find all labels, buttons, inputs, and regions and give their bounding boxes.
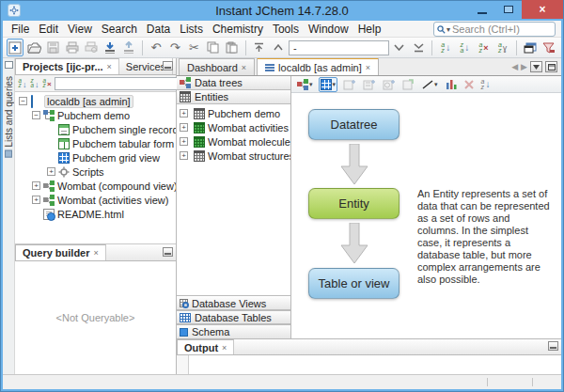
menu-window[interactable]: Window <box>304 22 353 37</box>
filter-icon[interactable] <box>540 39 557 56</box>
titlebar[interactable]: Instant JChem 14.7.28.0 × <box>0 0 564 21</box>
tab-dashboard[interactable]: Dashboard × <box>179 58 255 75</box>
tree-item-pubchem-demo[interactable]: − Pubchem demo <box>15 108 176 122</box>
menu-chemistry[interactable]: Chemistry <box>208 22 268 37</box>
quick-search-box[interactable]: ▾ <box>433 22 556 37</box>
new-relationship-button[interactable]: ▾ <box>420 77 440 92</box>
list-selector-combo[interactable]: - <box>289 40 389 55</box>
close-icon[interactable]: × <box>94 248 99 258</box>
tab-localdb[interactable]: localdb [as admin] × <box>257 58 379 75</box>
lists-and-queries-collapsed-tab[interactable]: Lists and queries <box>4 76 14 158</box>
sort-descending-button[interactable]: za ↓ <box>30 78 39 88</box>
menu-help[interactable]: Help <box>353 22 386 37</box>
output-content[interactable] <box>177 355 561 374</box>
menu-edit[interactable]: Edit <box>34 22 63 37</box>
entities-section-header[interactable]: Entities <box>177 90 290 104</box>
print-icon[interactable] <box>63 39 80 56</box>
expander-icon[interactable]: + <box>180 109 188 118</box>
tree-item-grid-view[interactable]: Pubchem grid view <box>15 150 176 165</box>
entity-item-wombat-structures[interactable]: + Wombat structures <box>177 149 290 163</box>
tree-item-wombat-compound[interactable]: + Wombat (compound view) <box>15 179 176 193</box>
quick-search-input[interactable] <box>452 24 537 35</box>
diagram-node-datatree[interactable]: Datatree <box>308 109 400 140</box>
menu-data[interactable]: Data <box>142 22 175 37</box>
clear-sort-button[interactable]: az × <box>475 39 492 56</box>
sort-ascending-button[interactable]: az ↓ <box>18 78 26 88</box>
data-trees-section-header[interactable]: Data trees <box>177 76 290 90</box>
scroll-tabs-right-icon[interactable]: ▶ <box>521 62 527 71</box>
sort-ascending-button[interactable]: az ↓ <box>437 39 454 56</box>
sort-items-button[interactable]: az ↓ <box>479 77 493 92</box>
import-icon[interactable] <box>102 39 118 56</box>
delete-icon[interactable] <box>462 77 476 92</box>
menu-lists[interactable]: Lists <box>175 22 208 37</box>
window-maximize-button[interactable] <box>495 0 522 19</box>
expander-icon[interactable]: + <box>32 196 40 204</box>
close-icon[interactable]: × <box>107 62 112 71</box>
window-minimize-button[interactable] <box>469 0 495 19</box>
collapse-all-icon[interactable] <box>251 39 268 56</box>
menu-file[interactable]: File <box>7 22 34 37</box>
tab-output[interactable]: Output × <box>177 339 234 354</box>
tree-item-readme[interactable]: README.html <box>15 207 176 221</box>
minimize-panel-button[interactable] <box>548 341 558 351</box>
expander-icon[interactable]: + <box>180 151 188 160</box>
expander-icon[interactable]: + <box>32 181 40 190</box>
tab-projects[interactable]: Projects [ijc-pr... × <box>15 58 119 74</box>
windows-cascade-icon[interactable] <box>522 39 539 56</box>
minimize-panel-button[interactable] <box>163 61 173 71</box>
advanced-sort-button[interactable]: az ɣ <box>494 39 511 56</box>
new-button[interactable] <box>7 39 24 56</box>
close-icon[interactable]: × <box>222 343 227 353</box>
undo-icon[interactable]: ↶ <box>148 39 164 56</box>
scroll-tabs-left-icon[interactable]: ◀ <box>511 62 518 71</box>
entity-item-wombat-molecule-kw[interactable]: + Wombat molecule KW <box>177 134 290 149</box>
clear-sort-button[interactable]: az × <box>42 78 51 88</box>
copy-icon[interactable] <box>204 39 221 56</box>
minimize-panel-button[interactable] <box>163 247 173 257</box>
entity-item-wombat-activities[interactable]: + Wombat activities <box>177 120 290 134</box>
manage-datatrees-button[interactable]: ▾ <box>295 77 315 92</box>
expander-icon[interactable]: − <box>19 97 27 105</box>
chart-button[interactable] <box>444 77 459 92</box>
menu-view[interactable]: View <box>63 22 97 37</box>
tree-item-scripts[interactable]: + Scripts <box>15 165 176 179</box>
tab-query-builder[interactable]: Query builder × <box>15 244 106 260</box>
open-icon[interactable] <box>25 39 42 56</box>
tree-item-wombat-activities[interactable]: + Wombat (activities view) <box>15 193 176 207</box>
save-icon[interactable] <box>44 39 61 56</box>
redo-icon[interactable]: ↷ <box>166 39 183 56</box>
double-chevron-down-icon[interactable] <box>410 39 427 56</box>
diagram-node-table-or-view[interactable]: Table or view <box>308 268 400 299</box>
expander-icon[interactable]: + <box>180 123 188 132</box>
sort-descending-button[interactable]: za ↓ <box>456 39 473 56</box>
menu-search[interactable]: Search <box>97 22 142 37</box>
export-icon[interactable] <box>120 39 137 56</box>
paste-icon[interactable] <box>224 39 241 56</box>
menu-tools[interactable]: Tools <box>268 22 304 37</box>
page-setup-icon[interactable] <box>83 39 100 56</box>
projects-filter-input[interactable] <box>55 77 184 90</box>
diagram-node-entity[interactable]: Entity <box>308 188 400 219</box>
close-icon[interactable]: × <box>242 63 246 72</box>
chevron-up-icon[interactable] <box>270 39 287 56</box>
database-tables-section-header[interactable]: Database Tables <box>177 310 290 324</box>
maximize-document-button[interactable] <box>545 61 557 72</box>
chevron-down-icon[interactable] <box>391 39 408 56</box>
tree-item-localdb[interactable]: − localdb [as admin] <box>15 94 176 108</box>
schema-section-header[interactable]: Schema <box>177 324 290 338</box>
expander-icon[interactable]: + <box>180 137 188 146</box>
close-icon[interactable]: × <box>366 63 370 72</box>
search-caret-icon[interactable]: ▾ <box>446 25 450 34</box>
window-close-button[interactable]: × <box>522 0 563 19</box>
tab-list-dropdown-button[interactable] <box>530 61 542 72</box>
cut-icon[interactable]: ✂ <box>185 39 202 56</box>
promote-entity-button[interactable] <box>400 77 416 92</box>
new-chemical-table-button[interactable] <box>361 77 377 92</box>
entity-item-pubchem-demo[interactable]: + Pubchem demo <box>177 106 290 120</box>
database-views-section-header[interactable]: Database Views <box>177 296 290 310</box>
grid-view-dropdown-button[interactable]: ▾ <box>319 77 338 92</box>
new-entity-button[interactable] <box>341 77 357 92</box>
expander-icon[interactable]: + <box>47 167 55 176</box>
expander-icon[interactable]: − <box>32 111 40 119</box>
